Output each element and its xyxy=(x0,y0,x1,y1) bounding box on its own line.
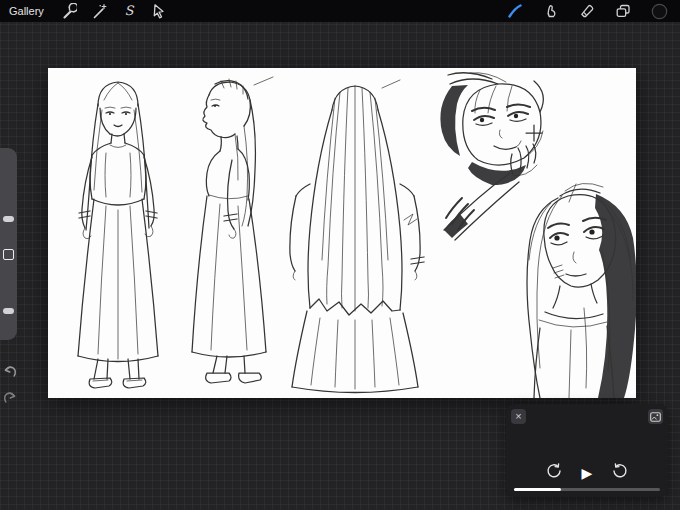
video-playback-panel: × ▶ xyxy=(506,404,668,497)
photo-export-icon xyxy=(650,412,661,422)
opacity-slider[interactable] xyxy=(3,308,14,314)
erase-button[interactable] xyxy=(572,0,602,22)
layers-button[interactable] xyxy=(608,0,638,22)
replay-forward-button[interactable] xyxy=(612,463,628,483)
play-button[interactable]: ▶ xyxy=(582,465,593,481)
smudge-finger-icon xyxy=(543,3,559,19)
selection-button[interactable]: S xyxy=(114,0,144,22)
procreate-workspace: Gallery S xyxy=(0,0,680,510)
layers-icon xyxy=(615,3,631,19)
replay-back-icon xyxy=(546,463,562,479)
color-button[interactable] xyxy=(644,0,674,22)
brush-stroke-icon xyxy=(507,3,523,19)
playback-controls: ▶ xyxy=(506,463,668,483)
brush-size-slider[interactable] xyxy=(3,216,14,222)
actions-button[interactable] xyxy=(54,0,84,22)
wrench-icon xyxy=(61,3,77,19)
video-progress-fill xyxy=(514,488,561,491)
close-button[interactable]: × xyxy=(511,409,526,424)
replay-back-button[interactable] xyxy=(546,463,562,483)
undo-button[interactable] xyxy=(1,362,19,380)
magic-wand-icon xyxy=(91,3,107,19)
gallery-button[interactable]: Gallery xyxy=(0,0,54,22)
eraser-icon xyxy=(579,3,595,19)
photo-export-button[interactable] xyxy=(648,409,663,424)
sketch-front-view xyxy=(78,82,158,388)
modify-button[interactable] xyxy=(3,249,14,260)
drawing-canvas[interactable] xyxy=(48,68,636,398)
s-letter-glyph: S xyxy=(124,0,133,22)
adjustments-button[interactable] xyxy=(84,0,114,22)
transform-button[interactable] xyxy=(144,0,174,22)
replay-forward-icon xyxy=(612,463,628,479)
paint-button[interactable] xyxy=(500,0,530,22)
sketch-back-view xyxy=(290,80,424,393)
redo-arrow-icon xyxy=(2,389,18,405)
smudge-button[interactable] xyxy=(536,0,566,22)
top-toolbar: Gallery S xyxy=(0,0,680,22)
sketch-side-view xyxy=(192,77,273,383)
undo-arrow-icon xyxy=(2,363,18,379)
redo-button[interactable] xyxy=(1,388,19,406)
brush-sidebar xyxy=(0,148,17,340)
cursor-arrow-icon xyxy=(151,3,167,19)
sketch-portrait-smirk xyxy=(440,73,543,240)
video-progress-bar[interactable] xyxy=(514,488,660,491)
color-swatch-circle xyxy=(651,3,668,20)
character-sketch-artwork xyxy=(48,68,636,398)
sketch-portrait-serious xyxy=(527,183,636,398)
paint-tools-group xyxy=(500,0,680,22)
